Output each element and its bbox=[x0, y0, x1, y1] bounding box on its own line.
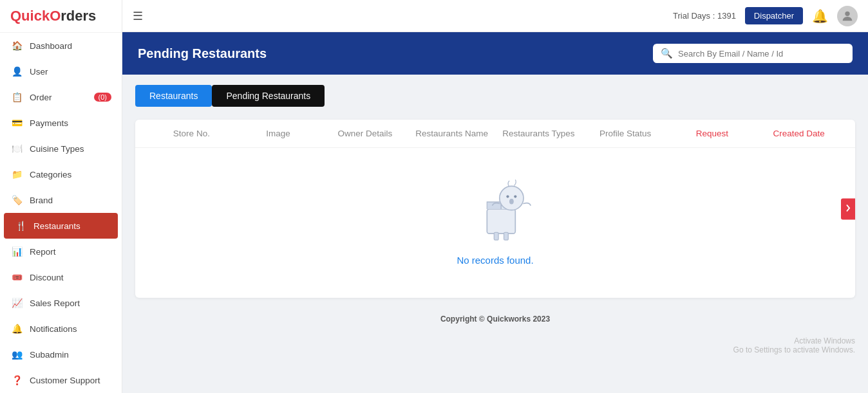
topbar: ☰ Trial Days : 1391 Dispatcher 🔔 bbox=[122, 0, 868, 32]
sidebar-item-dashboard[interactable]: 🏠 Dashboard bbox=[0, 33, 122, 59]
footer: Copyright © Quickworks 2023 bbox=[122, 308, 868, 330]
sidebar-label-dashboard: Dashboard bbox=[30, 41, 72, 51]
sidebar-item-cuisine-types[interactable]: 🍽️ Cuisine Types bbox=[0, 136, 122, 161]
page-title: Pending Restaurants bbox=[138, 46, 267, 61]
col-owner-details: Owner Details bbox=[322, 129, 409, 138]
sidebar-icon-report: 📊 bbox=[10, 245, 23, 258]
tab-pending-restaurants[interactable]: Pending Restaurants bbox=[212, 85, 325, 107]
svg-point-3 bbox=[506, 195, 509, 197]
main-content: ☰ Trial Days : 1391 Dispatcher 🔔 Pending… bbox=[122, 0, 868, 393]
sidebar-label-discount: Discount bbox=[30, 273, 64, 282]
sidebar-item-discount[interactable]: 🎟️ Discount bbox=[0, 264, 122, 290]
sidebar-icon-cuisine-types: 🍽️ bbox=[10, 142, 23, 155]
scroll-indicator[interactable] bbox=[841, 198, 855, 219]
sidebar-label-subadmin: Subadmin bbox=[30, 350, 69, 360]
sidebar-icon-order: 📋 bbox=[10, 91, 23, 104]
sidebar-label-brand: Brand bbox=[30, 196, 53, 205]
user-avatar[interactable] bbox=[837, 6, 858, 26]
table-header: Store No.ImageOwner DetailsRestaurants N… bbox=[135, 120, 855, 148]
sidebar-icon-discount: 🎟️ bbox=[10, 271, 23, 284]
trial-days: Trial Days : 1391 bbox=[673, 11, 736, 21]
sidebar-icon-notifications: 🔔 bbox=[10, 322, 23, 335]
sidebar-item-order[interactable]: 📋 Order (0) bbox=[0, 84, 122, 110]
sidebar-item-subadmin[interactable]: 👥 Subadmin bbox=[0, 342, 122, 367]
svg-point-5 bbox=[509, 199, 514, 204]
empty-illustration bbox=[457, 174, 534, 244]
sidebar-label-restaurants: Restaurants bbox=[33, 221, 80, 231]
svg-rect-1 bbox=[487, 209, 515, 233]
sidebar-label-sales-report: Sales Report bbox=[30, 298, 80, 308]
sidebar-label-user: User bbox=[30, 67, 48, 77]
logo: QuickOrders bbox=[0, 0, 122, 33]
sidebar-item-restaurants[interactable]: 🍴 Restaurants bbox=[4, 213, 118, 239]
sidebar-icon-categories: 📁 bbox=[10, 168, 23, 181]
col-store-no: Store No. bbox=[148, 129, 235, 138]
logo-text: QuickOrders bbox=[10, 8, 96, 24]
no-records-text: No records found. bbox=[457, 255, 533, 266]
col-profile-status: Profile Status bbox=[582, 129, 669, 138]
sidebar-item-report[interactable]: 📊 Report bbox=[0, 239, 122, 264]
sidebar-icon-sales-report: 📈 bbox=[10, 297, 23, 309]
page-header: Pending Restaurants 🔍 bbox=[122, 32, 868, 75]
svg-point-4 bbox=[514, 195, 516, 197]
sidebar-item-customer-support[interactable]: ❓ Customer Support bbox=[0, 367, 122, 393]
sidebar-icon-dashboard: 🏠 bbox=[10, 39, 23, 52]
sidebar-icon-brand: 🏷️ bbox=[10, 194, 23, 206]
sidebar-label-notifications: Notifications bbox=[30, 324, 77, 334]
col-restaurants-name: Restaurants Name bbox=[408, 129, 495, 138]
search-box: 🔍 bbox=[653, 44, 853, 63]
sidebar-item-brand[interactable]: 🏷️ Brand bbox=[0, 187, 122, 213]
sidebar-badge-order: (0) bbox=[94, 93, 111, 102]
dispatcher-button[interactable]: Dispatcher bbox=[745, 7, 803, 24]
table-container: Store No.ImageOwner DetailsRestaurants N… bbox=[135, 120, 855, 298]
sidebar-label-order: Order bbox=[30, 93, 52, 102]
svg-rect-6 bbox=[494, 232, 498, 240]
search-input[interactable] bbox=[678, 49, 845, 59]
sidebar-icon-customer-support: ❓ bbox=[10, 374, 23, 387]
search-icon: 🔍 bbox=[661, 48, 673, 59]
page-wrapper: Pending Restaurants 🔍 RestaurantsPending… bbox=[122, 32, 868, 393]
sidebar-item-payments[interactable]: 💳 Payments bbox=[0, 110, 122, 136]
svg-point-2 bbox=[500, 186, 524, 210]
footer-text: Copyright © bbox=[440, 315, 487, 324]
sidebar-item-categories[interactable]: 📁 Categories bbox=[0, 161, 122, 187]
sidebar-label-categories: Categories bbox=[30, 170, 71, 179]
col-image: Image bbox=[235, 129, 322, 138]
sidebar-label-report: Report bbox=[30, 247, 56, 257]
sidebar-icon-subadmin: 👥 bbox=[10, 348, 23, 361]
sidebar-icon-restaurants: 🍴 bbox=[14, 219, 27, 232]
sidebar-icon-user: 👤 bbox=[10, 65, 23, 78]
empty-state: No records found. bbox=[135, 148, 855, 298]
col-request: Request bbox=[669, 129, 756, 138]
tab-row: RestaurantsPending Restaurants bbox=[135, 85, 855, 107]
sidebar-nav: 🏠 Dashboard 👤 User 📋 Order (0) 💳 Payment… bbox=[0, 33, 122, 393]
footer-brand: Quickworks 2023 bbox=[487, 315, 550, 324]
col-created-date: Created Date bbox=[755, 129, 842, 138]
sidebar-item-user[interactable]: 👤 User bbox=[0, 59, 122, 84]
tab-restaurants[interactable]: Restaurants bbox=[135, 85, 212, 107]
hamburger-icon[interactable]: ☰ bbox=[133, 9, 143, 23]
content-area: RestaurantsPending Restaurants Store No.… bbox=[122, 75, 868, 308]
sidebar-label-cuisine-types: Cuisine Types bbox=[30, 144, 84, 154]
sidebar-item-notifications[interactable]: 🔔 Notifications bbox=[0, 316, 122, 342]
svg-point-0 bbox=[845, 11, 849, 15]
sidebar-item-sales-report[interactable]: 📈 Sales Report bbox=[0, 290, 122, 316]
sidebar: QuickOrders 🏠 Dashboard 👤 User 📋 Order (… bbox=[0, 0, 122, 393]
sidebar-label-payments: Payments bbox=[30, 118, 68, 128]
col-restaurants-types: Restaurants Types bbox=[495, 129, 582, 138]
bell-icon[interactable]: 🔔 bbox=[812, 8, 828, 24]
sidebar-icon-payments: 💳 bbox=[10, 116, 23, 129]
svg-rect-7 bbox=[504, 232, 509, 240]
sidebar-label-customer-support: Customer Support bbox=[30, 376, 100, 385]
